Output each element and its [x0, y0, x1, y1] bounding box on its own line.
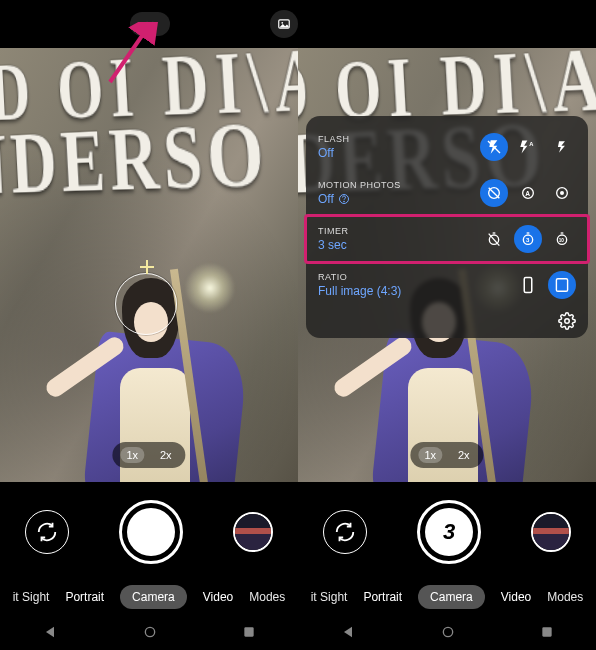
chevron-down-icon	[143, 17, 157, 31]
motion-on-icon	[554, 185, 570, 201]
motion-auto-option[interactable]: A	[514, 179, 542, 207]
top-bar	[0, 0, 298, 48]
camera-viewfinder[interactable]: ID OI DI\AINDUIN NDERSO 1x 2x	[0, 48, 298, 482]
timer-row: TIMER 3 sec 3 10	[306, 216, 588, 262]
top-bar	[298, 0, 596, 48]
last-photo-thumbnail[interactable]	[233, 512, 273, 552]
switch-camera-icon	[334, 521, 356, 543]
flash-on-icon	[555, 139, 569, 155]
ratio-full-icon	[555, 276, 569, 294]
switch-camera-icon	[36, 521, 58, 543]
flash-off-option[interactable]	[480, 133, 508, 161]
zoom-selector[interactable]: 1x 2x	[112, 442, 185, 468]
mode-camera[interactable]: Camera	[120, 585, 187, 609]
zoom-1x[interactable]: 1x	[120, 447, 144, 463]
image-icon	[277, 17, 291, 31]
zoom-2x[interactable]: 2x	[452, 447, 476, 463]
nav-home-icon[interactable]	[142, 624, 158, 640]
svg-point-2	[145, 627, 154, 636]
timer-3s-option[interactable]: 3	[514, 225, 542, 253]
motion-off-icon	[486, 185, 502, 201]
zoom-1x[interactable]: 1x	[418, 447, 442, 463]
focus-ring[interactable]	[115, 273, 177, 335]
screen-camera-settings: ID OI DI\AINDUIN NDERSO 1x 2x FLASH Off	[298, 0, 596, 650]
ratio-value: Full image (4:3)	[318, 284, 514, 298]
ratio-row: RATIO Full image (4:3)	[306, 262, 588, 308]
shutter-countdown: 3	[443, 519, 455, 545]
mode-selector[interactable]: it Sight Portrait Camera Video Modes	[298, 582, 596, 612]
svg-point-8	[343, 201, 344, 202]
mode-video[interactable]: Video	[203, 590, 233, 604]
svg-text:A: A	[529, 141, 534, 147]
svg-rect-25	[556, 279, 567, 292]
svg-point-1	[281, 22, 283, 24]
gear-icon	[558, 312, 576, 330]
svg-point-27	[443, 627, 452, 636]
flash-auto-icon: A	[519, 139, 537, 155]
mode-night-sight[interactable]: it Sight	[13, 590, 50, 604]
zoom-selector[interactable]: 1x 2x	[410, 442, 483, 468]
mode-portrait[interactable]: Portrait	[65, 590, 104, 604]
mode-night-sight[interactable]: it Sight	[311, 590, 348, 604]
mode-camera[interactable]: Camera	[418, 585, 485, 609]
expand-settings-button[interactable]	[130, 12, 170, 36]
timer-off-icon	[486, 231, 502, 247]
ratio-full-option[interactable]	[548, 271, 576, 299]
last-photo-thumbnail[interactable]	[531, 512, 571, 552]
thumbnail-image	[235, 514, 271, 550]
quick-settings-panel: FLASH Off A MOTION PHOTOS Off	[306, 116, 588, 338]
motion-on-option[interactable]	[548, 179, 576, 207]
thumbnail-image	[533, 514, 569, 550]
motion-auto-icon: A	[520, 185, 536, 201]
mode-more[interactable]: Modes	[547, 590, 583, 604]
camera-viewfinder[interactable]: ID OI DI\AINDUIN NDERSO 1x 2x FLASH Off	[298, 48, 596, 482]
help-icon[interactable]	[338, 193, 350, 205]
svg-text:A: A	[525, 190, 530, 197]
mode-selector[interactable]: it Sight Portrait Camera Video Modes	[0, 582, 298, 612]
flash-off-icon	[486, 139, 502, 155]
shutter-button[interactable]: 3	[417, 500, 481, 564]
timer-10s-option[interactable]: 10	[548, 225, 576, 253]
mode-portrait[interactable]: Portrait	[363, 590, 402, 604]
switch-camera-button[interactable]	[323, 510, 367, 554]
shutter-inner: 3	[425, 508, 473, 556]
svg-point-14	[560, 191, 564, 195]
motion-label: MOTION PHOTOS	[318, 180, 480, 190]
more-settings-button[interactable]	[558, 312, 576, 330]
flash-auto-option[interactable]: A	[514, 133, 542, 161]
android-nav-bar	[0, 614, 298, 650]
timer-3s-icon: 3	[520, 231, 536, 247]
motion-off-option[interactable]	[480, 179, 508, 207]
flash-row: FLASH Off A	[306, 124, 588, 170]
svg-point-26	[565, 319, 570, 324]
shutter-button[interactable]	[119, 500, 183, 564]
timer-value: 3 sec	[318, 238, 480, 252]
gallery-shortcut-button[interactable]	[270, 10, 298, 38]
capture-controls	[0, 482, 298, 582]
flash-on-option[interactable]	[548, 133, 576, 161]
timer-label: TIMER	[318, 226, 480, 236]
svg-text:3: 3	[526, 237, 530, 243]
flash-value: Off	[318, 146, 480, 160]
shutter-inner	[127, 508, 175, 556]
timer-10s-icon: 10	[554, 231, 570, 247]
android-nav-bar	[298, 614, 596, 650]
svg-rect-24	[524, 278, 532, 293]
timer-off-option[interactable]	[480, 225, 508, 253]
svg-text:10: 10	[559, 238, 565, 243]
flash-label: FLASH	[318, 134, 480, 144]
ratio-tall-option[interactable]	[514, 271, 542, 299]
motion-value: Off	[318, 192, 334, 206]
capture-controls: 3	[298, 482, 596, 582]
svg-rect-28	[542, 627, 551, 636]
mode-video[interactable]: Video	[501, 590, 531, 604]
nav-back-icon[interactable]	[42, 624, 58, 640]
mode-more[interactable]: Modes	[249, 590, 285, 604]
nav-recent-icon[interactable]	[540, 625, 554, 639]
zoom-2x[interactable]: 2x	[154, 447, 178, 463]
nav-back-icon[interactable]	[340, 624, 356, 640]
nav-recent-icon[interactable]	[242, 625, 256, 639]
ratio-tall-icon	[522, 276, 534, 294]
nav-home-icon[interactable]	[440, 624, 456, 640]
switch-camera-button[interactable]	[25, 510, 69, 554]
